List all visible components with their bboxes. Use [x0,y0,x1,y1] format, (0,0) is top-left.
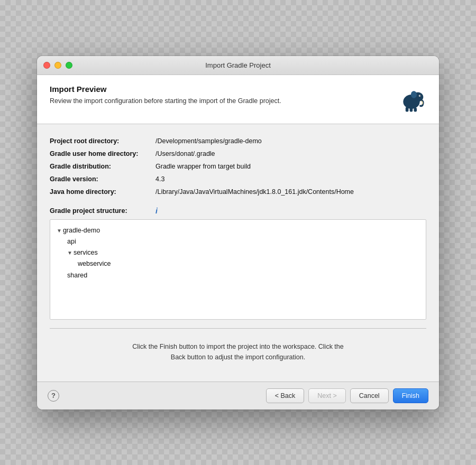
info-value: /Library/Java/JavaVirtualMachines/jdk1.8… [155,185,426,198]
tree-item-label: services [74,249,98,256]
info-label: Gradle user home directory: [50,147,155,160]
divider [50,328,426,329]
info-value: /Users/donat/.gradle [155,147,426,160]
tree-item[interactable]: shared [57,270,419,281]
project-structure-section: Gradle project structure: i ▼ gradle-dem… [50,207,426,320]
maximize-button[interactable] [66,62,72,69]
tree-arrow-icon: ▼ [67,248,72,257]
tree-item-label: api [67,238,76,245]
traffic-lights [43,62,72,69]
help-button[interactable]: ? [48,390,59,402]
next-button: Next > [308,388,345,403]
tree-container: ▼ gradle-demoapi▼ serviceswebserviceshar… [50,219,426,320]
tree-item[interactable]: api [57,236,419,247]
button-bar: ? < Back Next > Cancel Finish [37,382,439,410]
tree-item-label: shared [67,272,87,279]
svg-point-2 [411,91,417,98]
info-label: Java home directory: [50,185,155,198]
window-title: Import Gradle Project [205,61,271,69]
tree-arrow-icon: ▼ [57,226,62,235]
svg-rect-6 [410,107,413,111]
page-description: Review the import configuration before s… [50,97,281,106]
minimize-button[interactable] [54,62,61,69]
structure-label: Gradle project structure: [50,207,155,215]
gradle-elephant-icon [397,85,426,114]
footer-message: Click the Finish button to import the pr… [50,337,426,371]
header-text: Import Preview Review the import configu… [50,85,281,106]
titlebar: Import Gradle Project [37,56,439,75]
tree-item-label: gradle-demo [63,227,100,234]
cancel-button[interactable]: Cancel [350,388,389,403]
svg-point-4 [419,95,420,96]
finish-button[interactable]: Finish [393,388,428,403]
back-button[interactable]: < Back [266,388,305,403]
tree-item-label: webservice [78,260,111,267]
info-label: Gradle distribution: [50,160,155,173]
close-button[interactable] [43,62,50,69]
info-value: /Development/samples/gradle-demo [155,135,426,147]
info-label: Project root directory: [50,135,155,147]
info-value: Gradle wrapper from target build [155,160,426,173]
button-bar-left: ? [48,390,59,402]
tree-item[interactable]: ▼ gradle-demo [57,225,419,236]
header-section: Import Preview Review the import configu… [37,75,439,124]
page-heading: Import Preview [50,85,281,94]
info-value: 4.3 [155,173,426,185]
tree-item[interactable]: webservice [57,258,419,269]
main-window: Import Gradle Project Import Preview Rev… [37,56,439,410]
info-icon[interactable]: i [155,207,158,215]
button-bar-right: < Back Next > Cancel Finish [266,388,428,403]
structure-header: Gradle project structure: i [50,207,426,215]
tree-item[interactable]: ▼ services [57,247,419,258]
svg-rect-7 [414,107,417,111]
info-label: Gradle version: [50,173,155,185]
content: Import Preview Review the import configu… [37,75,439,410]
svg-rect-5 [406,107,409,111]
body-section: Project root directory:/Development/samp… [37,124,439,382]
info-grid: Project root directory:/Development/samp… [50,135,426,198]
